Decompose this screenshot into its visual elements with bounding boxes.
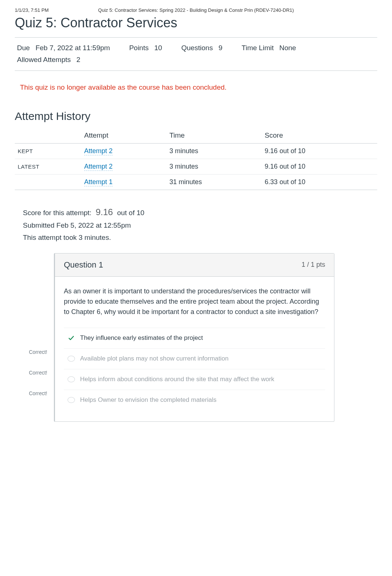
- submitted-line: Submitted Feb 5, 2022 at 12:55pm: [23, 220, 377, 231]
- answer-option: Available plot plans may not show curren…: [64, 348, 325, 369]
- answer-option: Helps inform about conditions around the…: [64, 369, 325, 390]
- row-time: 3 minutes: [166, 159, 262, 174]
- row-score: 9.16 out of 10: [262, 159, 377, 174]
- answer-list: They influence early estimates of the pr…: [64, 328, 325, 410]
- meta-time-limit: Time Limit None: [242, 42, 296, 54]
- question-header: Question 1 1 / 1 pts: [55, 253, 334, 277]
- answer-text: They influence early estimates of the pr…: [80, 334, 321, 342]
- row-score: 6.33 out of 10: [262, 174, 377, 190]
- attempt-summary: Score for this attempt: 9.16 out of 10 S…: [23, 205, 377, 244]
- col-tag: [15, 128, 81, 144]
- col-score: Score: [262, 128, 377, 144]
- print-doc-title: Quiz 5: Contractor Services: Spring 2022…: [74, 7, 318, 13]
- table-row: KEPT Attempt 2 3 minutes 9.16 out of 10: [15, 143, 377, 159]
- meta-time-limit-value: None: [279, 44, 296, 52]
- question-text: As an owner it is important to understan…: [64, 286, 325, 317]
- answer-text: Helps inform about conditions around the…: [80, 376, 321, 383]
- score-label: Score for this attempt:: [23, 209, 92, 217]
- meta-questions-label: Questions: [181, 44, 213, 52]
- row-time: 3 minutes: [166, 143, 262, 159]
- meta-points-label: Points: [129, 44, 149, 52]
- table-row: Attempt 1 31 minutes 6.33 out of 10: [15, 174, 377, 190]
- quiz-closed-notice: This quiz is no longer available as the …: [20, 83, 377, 92]
- table-row: LATEST Attempt 2 3 minutes 9.16 out of 1…: [15, 159, 377, 174]
- answer-option: They influence early estimates of the pr…: [64, 328, 325, 348]
- meta-due-label: Due: [17, 44, 30, 52]
- question-title: Question 1: [64, 260, 103, 270]
- quiz-meta-bar: Due Feb 7, 2022 at 11:59pm Points 10 Que…: [15, 37, 377, 71]
- meta-questions: Questions 9: [181, 42, 222, 54]
- answer-gutter: Correct! Correct! Correct!: [15, 253, 50, 433]
- row-tag: KEPT: [15, 143, 81, 159]
- meta-points: Points 10: [129, 42, 162, 54]
- row-score: 9.16 out of 10: [262, 143, 377, 159]
- row-tag: [15, 174, 81, 190]
- gutter-correct-label: Correct!: [15, 362, 50, 383]
- duration-line: This attempt took 3 minutes.: [23, 232, 377, 244]
- score-value: 9.16: [93, 207, 115, 217]
- question-points: 1 / 1 pts: [302, 261, 325, 269]
- print-timestamp: 1/1/23, 7:51 PM: [15, 7, 74, 13]
- meta-points-value: 10: [154, 44, 162, 52]
- meta-allowed-attempts-value: 2: [76, 56, 80, 63]
- row-time: 31 minutes: [166, 174, 262, 190]
- radio-icon: [68, 397, 75, 403]
- attempt-link[interactable]: Attempt 1: [84, 178, 113, 186]
- col-attempt: Attempt: [81, 128, 166, 144]
- answer-option: Helps Owner to envision the completed ma…: [64, 390, 325, 410]
- meta-questions-value: 9: [219, 44, 223, 52]
- col-time: Time: [166, 128, 262, 144]
- meta-allowed-attempts-label: Allowed Attempts: [17, 56, 71, 63]
- meta-due: Due Feb 7, 2022 at 11:59pm: [17, 42, 110, 54]
- print-header: 1/1/23, 7:51 PM Quiz 5: Contractor Servi…: [15, 7, 377, 13]
- meta-allowed-attempts: Allowed Attempts 2: [17, 54, 80, 66]
- radio-icon: [68, 356, 75, 362]
- gutter-correct-label: Correct!: [15, 383, 50, 404]
- page-title: Quiz 5: Contractor Services: [15, 15, 377, 31]
- attempt-history-table: Attempt Time Score KEPT Attempt 2 3 minu…: [15, 128, 377, 190]
- gutter-empty: [15, 404, 50, 424]
- score-suffix: out of 10: [117, 209, 144, 217]
- attempt-link[interactable]: Attempt 2: [84, 147, 113, 155]
- question-card: Question 1 1 / 1 pts As an owner it is i…: [54, 253, 334, 422]
- meta-due-value: Feb 7, 2022 at 11:59pm: [35, 44, 110, 52]
- answer-text: Helps Owner to envision the completed ma…: [80, 396, 321, 404]
- gutter-correct-label: Correct!: [15, 342, 50, 362]
- attempt-history-heading: Attempt History: [15, 110, 377, 123]
- check-icon: [68, 334, 75, 342]
- row-tag: LATEST: [15, 159, 81, 174]
- attempt-link[interactable]: Attempt 2: [84, 163, 113, 171]
- meta-time-limit-label: Time Limit: [242, 44, 274, 52]
- radio-icon: [68, 376, 75, 382]
- answer-text: Available plot plans may not show curren…: [80, 355, 321, 362]
